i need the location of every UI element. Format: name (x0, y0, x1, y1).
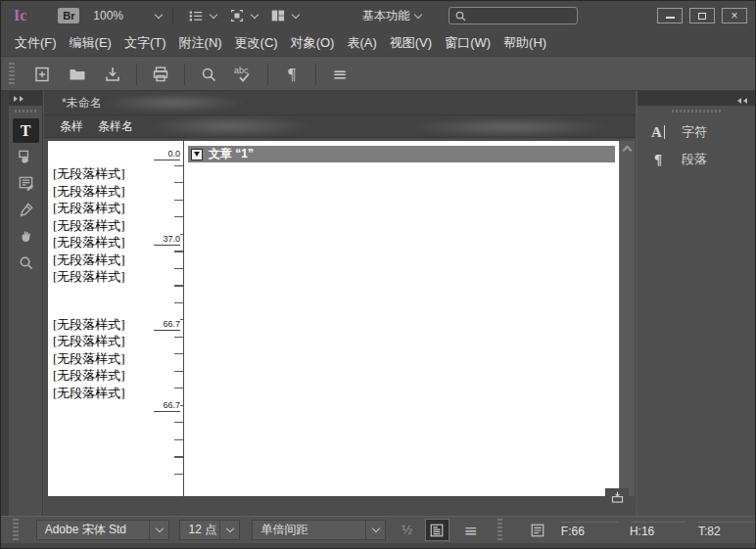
menu-edit[interactable]: 编辑(E) (70, 34, 112, 52)
open-folder-icon (68, 65, 87, 84)
position-tool-icon (17, 148, 35, 166)
view-tab-galley[interactable]: 条样 (60, 118, 83, 135)
copyfit-info-button[interactable] (525, 519, 548, 541)
smudge-artifact (147, 115, 313, 137)
menu-file[interactable]: 文件(F) (15, 34, 57, 52)
grip-handle[interactable] (15, 110, 36, 113)
chevron-down-icon (414, 10, 422, 18)
grip-handle[interactable] (672, 110, 721, 113)
depth-ruler-mark: 37.0 (154, 234, 180, 246)
expand-panel-icon (14, 96, 18, 102)
separator (184, 64, 185, 85)
workspace-label: 基本功能 (362, 8, 409, 24)
statusbar-menu-button[interactable]: ≡ (464, 521, 478, 540)
position-tool[interactable] (13, 145, 39, 169)
menu-object[interactable]: 对象(O) (291, 34, 335, 52)
search-icon (454, 10, 467, 23)
grip-handle[interactable] (497, 519, 503, 542)
left-dock-edge (1, 91, 9, 516)
maximize-button[interactable] (689, 8, 715, 23)
open-folder-button[interactable] (63, 61, 92, 88)
document-area: *未命名 条样 条样名 0.0 37.0 66.7 66.7 [无段落样式] [… (44, 91, 636, 516)
hand-tool[interactable] (13, 224, 39, 249)
search-box[interactable] (449, 7, 578, 24)
story-editor[interactable]: 文章 “1” (184, 141, 635, 496)
save-button[interactable] (98, 61, 127, 88)
depth-ruler-mark: 66.7 (154, 319, 180, 331)
view-options-dropdown[interactable] (187, 7, 218, 24)
galley-info-toggle[interactable] (425, 519, 449, 541)
tools-panel-header[interactable] (9, 91, 42, 106)
hand-tool-icon (17, 227, 35, 246)
separator (267, 64, 268, 85)
search-input[interactable] (471, 10, 572, 22)
menu-window[interactable]: 窗口(W) (445, 34, 491, 52)
menu-changes[interactable]: 更改(C) (235, 34, 278, 52)
close-button[interactable]: × (722, 8, 747, 23)
arrange-documents-dropdown[interactable] (269, 7, 301, 24)
overset-corner[interactable] (605, 488, 629, 506)
type-tool-icon: T (21, 122, 31, 140)
workspace-switcher[interactable]: 基本功能 (362, 8, 423, 24)
collapse-panel-icon (735, 90, 747, 108)
zoom-level-dropdown[interactable]: 100% (93, 9, 164, 23)
incopy-window: Ic Br 100% (0, 0, 756, 549)
line-spacing-select[interactable]: 单倍间距 (252, 520, 386, 540)
svg-text:abc: abc (234, 66, 249, 75)
fraction-toggle[interactable]: ½ (402, 523, 412, 537)
chevron-down-icon (156, 525, 164, 532)
chevron-down-icon (155, 10, 163, 18)
save-icon (103, 65, 122, 84)
find-button[interactable] (194, 61, 223, 88)
eyedropper-tool[interactable] (13, 198, 39, 222)
view-tab-galley-name[interactable]: 条样名 (98, 118, 133, 135)
type-tool[interactable]: T (13, 118, 39, 143)
zoom-tool[interactable] (13, 251, 39, 275)
view-options-icon (187, 7, 205, 24)
menu-view[interactable]: 视图(V) (390, 34, 432, 52)
print-button[interactable] (146, 61, 175, 88)
paragraph-style-row: [无段落样式] (48, 333, 183, 350)
screen-mode-dropdown[interactable] (228, 7, 260, 24)
show-hidden-characters-button[interactable]: ¶ (277, 61, 307, 88)
menu-type[interactable]: 文字(T) (124, 34, 166, 52)
hamburger-icon: ≡ (332, 64, 347, 84)
eyedropper-icon (17, 201, 35, 219)
paragraph-style-row: [无段落样式] (48, 165, 183, 183)
toolbar-menu-button[interactable]: ≡ (325, 61, 354, 88)
panel-item-label: 字符 (682, 123, 707, 141)
window-controls: × (657, 8, 747, 23)
font-size-select[interactable]: 12 点 (179, 520, 240, 540)
collapse-story-button[interactable] (191, 149, 203, 160)
overset-indicator-icon (610, 490, 625, 504)
copyfit-info-icon (530, 523, 545, 538)
bridge-button[interactable]: Br (58, 8, 79, 23)
paragraph-style-row: [无段落样式] (48, 350, 183, 368)
toolbar-grip-handle[interactable] (9, 63, 15, 86)
select-arrow (149, 521, 168, 539)
new-document-button[interactable] (27, 61, 57, 88)
new-document-icon (32, 65, 52, 84)
menu-help[interactable]: 帮助(H) (503, 34, 546, 52)
search-icon (199, 65, 218, 84)
note-tool[interactable] (13, 171, 39, 196)
menu-table[interactable]: 表(A) (347, 34, 376, 52)
maximize-icon (698, 13, 706, 20)
menu-notes[interactable]: 附注(N) (179, 34, 222, 52)
toolbar: abc ¶ ≡ (1, 58, 755, 91)
story-header-bar[interactable]: 文章 “1” (188, 146, 615, 162)
paragraph-style-row: [无段落样式] (48, 385, 183, 402)
font-family-select[interactable]: Adobe 宋体 Std (36, 520, 170, 540)
minimize-button[interactable] (657, 8, 683, 23)
document-tab[interactable]: *未命名 (62, 95, 102, 112)
separator (136, 64, 137, 85)
panel-item-character[interactable]: A 字符 (638, 118, 755, 146)
vertical-scrollbar[interactable] (619, 141, 635, 496)
panel-item-paragraph[interactable]: ¶ 段落 (638, 146, 755, 173)
zoom-tool-icon (17, 253, 35, 272)
statusbar-grip-handle[interactable] (13, 519, 19, 542)
stat-total: T:82 (698, 522, 755, 538)
right-panel-header[interactable] (638, 91, 755, 106)
chevron-down-icon (251, 10, 259, 18)
spellcheck-button[interactable]: abc (229, 61, 259, 88)
